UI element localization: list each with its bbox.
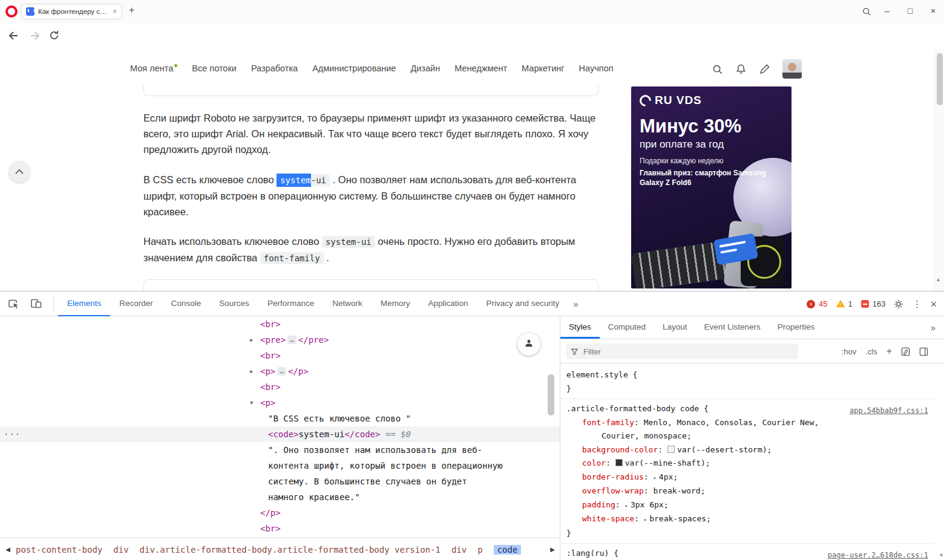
css-property[interactable]: padding3px 6px; bbox=[566, 498, 928, 513]
tab-network[interactable]: Network bbox=[323, 291, 372, 316]
page-scrollbar-thumb[interactable] bbox=[937, 53, 943, 105]
tab-layout[interactable]: Layout bbox=[654, 316, 696, 339]
css-property[interactable]: background-colorvar(--desert-storm); bbox=[566, 443, 928, 457]
dom-scrollbar[interactable] bbox=[548, 350, 554, 532]
minimize-button[interactable]: – bbox=[880, 6, 894, 16]
error-count[interactable]: 45 bbox=[819, 299, 827, 308]
color-swatch[interactable] bbox=[615, 459, 623, 466]
tab-close-icon[interactable]: × bbox=[113, 7, 117, 16]
tab-performance[interactable]: Performance bbox=[258, 291, 323, 316]
devtools-kebab-menu-icon[interactable]: ⋮ bbox=[912, 299, 922, 309]
nav-my-feed[interactable]: Моя лента bbox=[130, 63, 177, 73]
tab-event-listeners[interactable]: Event Listeners bbox=[696, 316, 769, 339]
css-property[interactable]: overflow-wrapbreak-word; bbox=[566, 484, 928, 498]
expand-value-icon[interactable] bbox=[653, 472, 658, 481]
tab-styles[interactable]: Styles bbox=[560, 316, 600, 339]
dom-line[interactable]: ▶<pre>…</pre> bbox=[0, 332, 560, 348]
css-property[interactable]: colorvar(--mine-shaft); bbox=[566, 457, 928, 470]
crumb-article-formatted-body[interactable]: div.article-formatted-body.article-forma… bbox=[140, 545, 441, 555]
tab-search-icon[interactable] bbox=[862, 7, 871, 16]
css-property[interactable]: white-spacebreak-spaces; bbox=[566, 512, 928, 527]
devtools-close-icon[interactable]: × bbox=[930, 299, 937, 310]
nav-all-streams[interactable]: Все потоки bbox=[192, 63, 237, 73]
tab-elements[interactable]: Elements bbox=[58, 291, 110, 316]
back-button[interactable] bbox=[7, 30, 19, 42]
inspect-element-icon[interactable] bbox=[7, 298, 19, 310]
nav-marketing[interactable]: Маркетинг bbox=[522, 63, 565, 73]
dom-line[interactable]: <br> bbox=[0, 379, 560, 395]
forward-button[interactable] bbox=[29, 30, 41, 42]
nav-administration[interactable]: Администрирование bbox=[312, 63, 396, 73]
close-window-button[interactable]: × bbox=[926, 6, 940, 16]
expand-arrow-icon[interactable]: ▶ bbox=[250, 363, 253, 379]
crumb-post-content-body[interactable]: post-content-body bbox=[16, 545, 102, 555]
show-computed-sidebar-icon[interactable] bbox=[919, 347, 928, 356]
warning-count[interactable]: 1 bbox=[848, 299, 853, 308]
page-scrollbar[interactable]: ▴ bbox=[934, 50, 944, 291]
device-toolbar-icon[interactable] bbox=[30, 298, 42, 310]
tab-privacy-security[interactable]: Privacy and security bbox=[477, 291, 569, 316]
error-icon[interactable]: × bbox=[807, 300, 815, 308]
styles-scroll-down-icon[interactable]: ▾ bbox=[940, 552, 943, 558]
css-rule-selector-lang[interactable]: page-user.2…618de.css:1 :lang(ru) { bbox=[566, 547, 928, 560]
tab-computed[interactable]: Computed bbox=[600, 316, 654, 339]
nav-design[interactable]: Дизайн bbox=[410, 63, 440, 73]
styles-filter-box[interactable] bbox=[566, 343, 798, 359]
stylesheet-link[interactable]: page-user.2…618de.css:1 bbox=[828, 549, 928, 560]
tab-properties[interactable]: Properties bbox=[769, 316, 824, 339]
nav-popsci[interactable]: Научпоп bbox=[579, 63, 614, 73]
nav-management[interactable]: Менеджмент bbox=[454, 63, 507, 73]
dom-line[interactable]: ▶<p>…</p> bbox=[0, 363, 560, 379]
css-rules-list[interactable]: element.style { } app.54bbab9f.css:1 .ar… bbox=[560, 363, 934, 560]
dom-text-node[interactable]: контента шрифт, который встроен в операц… bbox=[0, 458, 560, 474]
toggle-element-state-button[interactable]: :hov bbox=[842, 347, 857, 356]
dom-tree-pane[interactable]: <br> ▶<pre>…</pre> <br> ▶<p>…</p> <br> ▼… bbox=[0, 316, 560, 538]
element-classes-button[interactable]: .cls bbox=[865, 347, 877, 356]
node-hover-menu-icon[interactable]: ··· bbox=[4, 426, 21, 442]
styles-filter-input[interactable] bbox=[582, 347, 793, 357]
tab-console[interactable]: Console bbox=[162, 291, 211, 316]
css-property[interactable]: font-familyMenlo, Monaco, Consolas, Cour… bbox=[566, 416, 928, 430]
crumb-scroll-left-icon[interactable]: ◀ bbox=[0, 546, 16, 553]
dom-scrollbar-thumb[interactable] bbox=[548, 374, 554, 415]
issues-icon[interactable] bbox=[861, 300, 869, 308]
browser-tab[interactable]: Как фронтендеру сделат… × bbox=[21, 4, 122, 19]
expand-arrow-icon[interactable]: ▶ bbox=[250, 332, 253, 348]
reload-button[interactable] bbox=[48, 30, 60, 41]
dom-text-node[interactable]: ". Оно позволяет нам использовать для ве… bbox=[0, 442, 560, 458]
crumb-p[interactable]: p bbox=[477, 545, 482, 555]
maximize-button[interactable]: □ bbox=[903, 6, 917, 16]
tab-sources[interactable]: Sources bbox=[210, 291, 258, 316]
dom-line[interactable]: <br> bbox=[0, 348, 560, 363]
write-post-pen-icon[interactable] bbox=[759, 63, 770, 75]
scroll-to-top-button[interactable] bbox=[8, 161, 30, 183]
dom-text-node[interactable]: "В CSS есть ключевое слово " bbox=[0, 411, 560, 426]
more-tabs-icon[interactable]: » bbox=[568, 291, 583, 316]
dom-text-node[interactable]: систему. В большинстве случаев он будет bbox=[0, 474, 560, 489]
nav-development[interactable]: Разработка bbox=[251, 63, 298, 73]
color-swatch[interactable] bbox=[667, 446, 675, 453]
devtools-settings-gear-icon[interactable] bbox=[894, 299, 903, 309]
rendering-emulation-icon[interactable] bbox=[901, 347, 910, 356]
new-tab-button[interactable]: + bbox=[129, 5, 134, 16]
new-style-rule-icon[interactable]: + bbox=[887, 346, 892, 357]
crumb-div-1[interactable]: div bbox=[113, 545, 128, 555]
dom-selected-node[interactable]: ··· <code>system-ui</code> == $0 bbox=[0, 426, 560, 442]
accessibility-widget-button[interactable] bbox=[517, 333, 540, 356]
css-property-continuation[interactable]: Courier, monospace; bbox=[566, 429, 928, 443]
crumb-code-selected[interactable]: code bbox=[494, 545, 522, 555]
inline-expand-icon[interactable]: … bbox=[277, 367, 286, 376]
crumb-scroll-right-icon[interactable]: ▶ bbox=[545, 546, 560, 553]
crumb-div-2[interactable]: div bbox=[451, 545, 467, 555]
user-avatar[interactable] bbox=[782, 59, 802, 79]
site-search-icon[interactable] bbox=[712, 63, 723, 75]
tab-memory[interactable]: Memory bbox=[372, 291, 419, 316]
notifications-bell-icon[interactable] bbox=[735, 63, 747, 75]
element-style-rule[interactable]: element.style { bbox=[566, 368, 928, 382]
more-sidebar-tabs-icon[interactable]: » bbox=[922, 316, 944, 339]
dom-line[interactable]: ▼<p> bbox=[0, 395, 560, 411]
css-rule-selector[interactable]: app.54bbab9f.css:1 .article-formatted-bo… bbox=[566, 402, 928, 416]
dom-text-node[interactable]: намного красивее." bbox=[0, 489, 560, 505]
issues-count[interactable]: 163 bbox=[873, 299, 886, 308]
tab-recorder[interactable]: Recorder bbox=[110, 291, 162, 316]
